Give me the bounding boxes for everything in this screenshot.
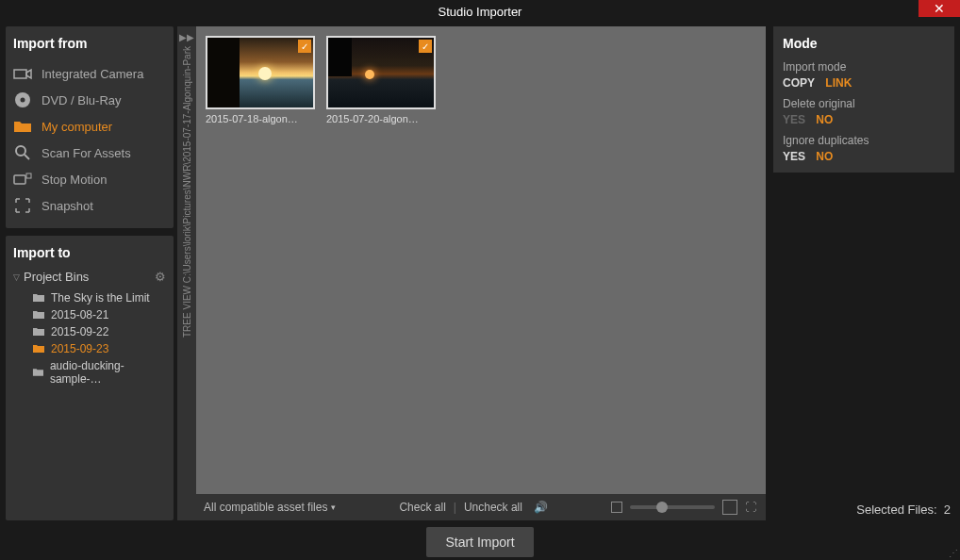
source-snapshot[interactable]: Snapshot: [13, 192, 166, 219]
source-label: Stop Motion: [41, 173, 107, 187]
source-label: Scan For Assets: [41, 146, 131, 160]
project-bins-root[interactable]: ▽Project Bins ⚙: [13, 270, 166, 284]
mode-panel: Mode Import mode COPY LINK Delete origin…: [773, 26, 954, 173]
delete-original-yes[interactable]: YES: [783, 113, 805, 126]
delete-original-no[interactable]: NO: [816, 113, 833, 126]
snapshot-icon: [13, 198, 32, 213]
gear-icon[interactable]: ⚙: [155, 270, 166, 284]
svg-line-4: [25, 155, 29, 159]
thumbnail-image: ✓: [326, 36, 436, 109]
stopmotion-icon: [13, 172, 32, 187]
source-my-computer[interactable]: My computer: [13, 113, 166, 140]
bin-item[interactable]: 2015-08-21: [13, 306, 166, 323]
bin-icon: [32, 293, 45, 303]
uncheck-all-link[interactable]: Uncheck all: [464, 501, 522, 514]
expand-icon: ▽: [13, 272, 20, 282]
camera-icon: [13, 66, 32, 81]
import-from-panel: Import from Integrated Camera DVD / Blu-…: [6, 26, 174, 228]
bin-icon: [32, 368, 44, 377]
footer: Start Import ⋰: [0, 524, 960, 560]
rail-expand-icon: ▶▶: [179, 32, 194, 42]
fullscreen-icon[interactable]: ⛶: [745, 501, 758, 514]
import-mode-link[interactable]: LINK: [825, 76, 852, 90]
source-integrated-camera[interactable]: Integrated Camera: [13, 60, 166, 87]
window-title: Studio Importer: [439, 5, 522, 19]
thumbnail-grid: ✓ 2015-07-18-algon… ✓ 2015-07-20-algon…: [196, 26, 766, 494]
titlebar: Studio Importer ✕: [0, 0, 960, 23]
import-mode-label: Import mode: [783, 60, 945, 74]
source-stop-motion[interactable]: Stop Motion: [13, 166, 166, 192]
volume-icon[interactable]: 🔊: [534, 501, 548, 514]
resize-grip[interactable]: ⋰: [949, 548, 958, 558]
bin-item[interactable]: 2015-09-22: [13, 323, 166, 340]
thumbnail-item[interactable]: ✓ 2015-07-18-algon…: [206, 36, 315, 124]
mode-title: Mode: [783, 36, 945, 51]
import-to-title: Import to: [13, 245, 166, 260]
start-import-button[interactable]: Start Import: [426, 527, 533, 557]
bin-item[interactable]: The Sky is the Limit: [13, 289, 166, 306]
chevron-down-icon: ▾: [331, 502, 336, 512]
thumbnail-image: ✓: [206, 36, 315, 109]
bin-icon: [32, 327, 45, 337]
source-label: Integrated Camera: [41, 67, 143, 81]
file-filter-dropdown[interactable]: All compatible asset files ▾: [204, 501, 336, 514]
ignore-duplicates-label: Ignore duplicates: [783, 134, 945, 147]
import-from-title: Import from: [13, 36, 166, 51]
thumbnail-size-slider[interactable]: [630, 505, 715, 509]
check-all-link[interactable]: Check all: [399, 501, 445, 514]
source-scan-assets[interactable]: Scan For Assets: [13, 140, 166, 166]
thumbnail-item[interactable]: ✓ 2015-07-20-algon…: [326, 36, 436, 124]
bin-item[interactable]: audio-ducking-sample-…: [13, 357, 166, 387]
source-label: My computer: [41, 120, 112, 134]
thumbnail-label: 2015-07-20-algon…: [326, 113, 436, 124]
svg-rect-5: [14, 175, 25, 184]
close-button[interactable]: ✕: [919, 0, 960, 17]
check-icon[interactable]: ✓: [298, 40, 311, 53]
ignore-duplicates-no[interactable]: NO: [816, 150, 833, 163]
content-toolbar: All compatible asset files ▾ Check all |…: [196, 494, 766, 520]
tree-view-rail[interactable]: ▶▶ TREE VIEW C:\Users\lorik\Pictures\NWR…: [177, 26, 196, 520]
svg-point-3: [16, 146, 25, 156]
svg-rect-0: [14, 70, 26, 78]
selected-files-status: Selected Files: 2: [773, 499, 954, 520]
bin-item[interactable]: 2015-09-23: [13, 340, 166, 357]
thumb-small-icon[interactable]: [611, 502, 622, 513]
disc-icon: [13, 92, 32, 107]
thumbnail-label: 2015-07-18-algon…: [206, 113, 315, 124]
source-dvd-bluray[interactable]: DVD / Blu-Ray: [13, 87, 166, 113]
bin-icon: [32, 310, 45, 320]
tree-path: TREE VIEW C:\Users\lorik\Pictures\NWR\20…: [182, 46, 192, 338]
thumb-large-icon[interactable]: [722, 500, 737, 515]
import-to-panel: Import to ▽Project Bins ⚙ The Sky is the…: [6, 236, 174, 520]
source-label: Snapshot: [41, 199, 93, 213]
svg-rect-6: [26, 173, 31, 178]
bin-icon: [32, 344, 45, 354]
ignore-duplicates-yes[interactable]: YES: [783, 150, 805, 163]
search-icon: [13, 145, 32, 160]
import-mode-copy[interactable]: COPY: [783, 76, 815, 90]
delete-original-label: Delete original: [783, 97, 945, 110]
folder-icon: [13, 119, 32, 134]
source-label: DVD / Blu-Ray: [41, 93, 122, 107]
check-icon[interactable]: ✓: [419, 40, 432, 53]
svg-point-2: [21, 98, 25, 103]
